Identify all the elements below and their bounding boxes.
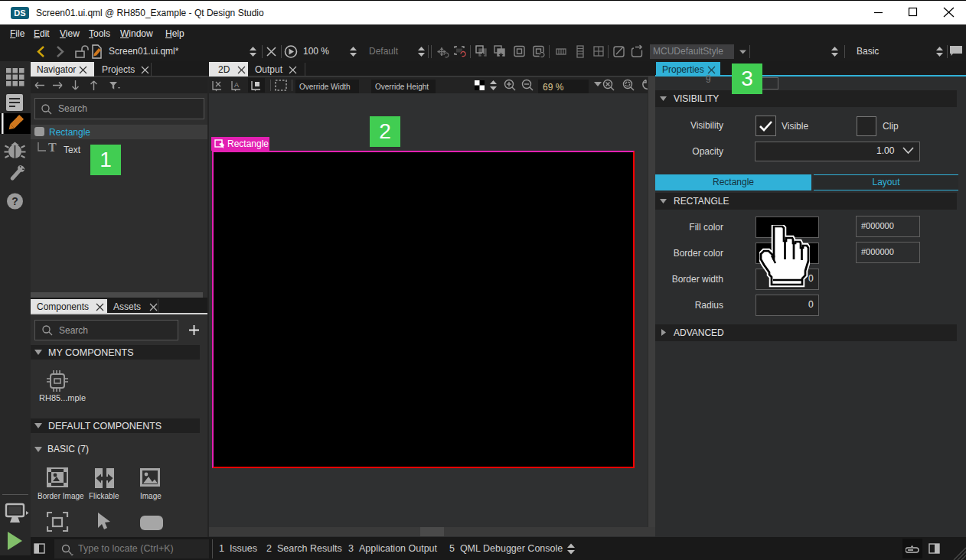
svg-text:A: A bbox=[234, 81, 239, 89]
svg-text:?: ? bbox=[11, 195, 18, 207]
